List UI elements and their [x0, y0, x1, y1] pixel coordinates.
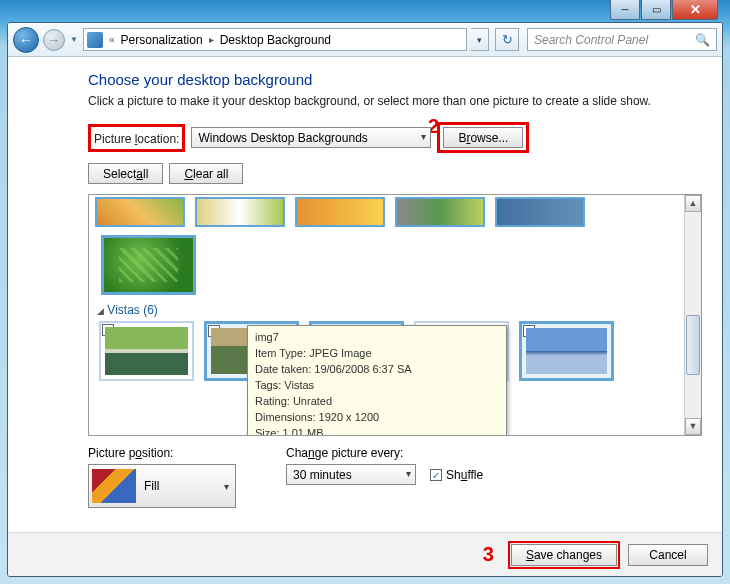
position-value: Fill [144, 479, 159, 493]
wallpaper-thumb-selected[interactable] [101, 235, 196, 295]
tooltip-line: img7 [255, 330, 499, 346]
gallery-scrollbar[interactable]: ▲ ▼ [684, 195, 701, 435]
shuffle-label: Shuffle [446, 468, 483, 482]
wallpaper-thumb[interactable] [395, 197, 485, 227]
refresh-button[interactable]: ↻ [495, 28, 519, 51]
search-placeholder: Search Control Panel [534, 33, 648, 47]
select-all-button[interactable]: Select all [88, 163, 163, 184]
tooltip-line: Size: 1,01 MB [255, 426, 499, 436]
shuffle-checkbox[interactable]: ✓ Shuffle [430, 468, 483, 482]
picture-location-highlight: Picture location: [88, 124, 185, 152]
address-dropdown[interactable]: ▾ [471, 28, 489, 51]
picture-location-combo[interactable]: Windows Desktop Backgrounds [191, 127, 431, 148]
tooltip-line: Rating: Unrated [255, 394, 499, 410]
wallpaper-thumb[interactable] [295, 197, 385, 227]
breadcrumb-chevron: « [107, 34, 117, 45]
back-button[interactable]: ← [13, 27, 39, 53]
position-preview-icon [92, 469, 136, 503]
chevron-right-icon: ▸ [207, 34, 216, 45]
clear-all-button[interactable]: Clear all [169, 163, 243, 184]
picture-position-combo[interactable]: Fill [88, 464, 236, 508]
wallpaper-thumb-selected[interactable]: ✓ [519, 321, 614, 381]
explorer-window: ← → ▼ « Personalization ▸ Desktop Backgr… [7, 22, 723, 577]
save-highlight: Save changes [508, 541, 620, 569]
annotation-3: 3 [483, 543, 494, 566]
collapse-icon: ◢ [97, 306, 104, 316]
page-subtitle: Click a picture to make it your desktop … [88, 94, 702, 108]
wallpaper-thumb[interactable] [95, 197, 185, 227]
change-every-combo[interactable]: 30 minutes [286, 464, 416, 485]
forward-button[interactable]: → [43, 29, 65, 51]
search-input[interactable]: Search Control Panel 🔍 [527, 28, 717, 51]
save-changes-button[interactable]: Save changes [511, 544, 617, 566]
wallpaper-gallery: ◢ Vistas (6) ✓ ✓ ✓ ✓ img7 Item Type: JPE… [88, 194, 702, 436]
scroll-up-icon[interactable]: ▲ [685, 195, 701, 212]
footer: 3 Save changes Cancel [8, 532, 722, 576]
search-icon: 🔍 [695, 33, 710, 47]
breadcrumb-item[interactable]: Desktop Background [220, 33, 331, 47]
maximize-button[interactable]: ▭ [641, 0, 671, 20]
browse-highlight: Browse... [437, 122, 529, 153]
nav-bar: ← → ▼ « Personalization ▸ Desktop Backgr… [8, 23, 722, 57]
nav-history-dropdown[interactable]: ▼ [69, 35, 79, 44]
picture-location-label: Picture location: [94, 132, 179, 146]
scroll-down-icon[interactable]: ▼ [685, 418, 701, 435]
tooltip-line: Item Type: JPEG Image [255, 346, 499, 362]
address-bar[interactable]: « Personalization ▸ Desktop Background [83, 28, 467, 51]
change-every-label: Change picture every: [286, 446, 483, 460]
tooltip-line: Dimensions: 1920 x 1200 [255, 410, 499, 426]
breadcrumb-item[interactable]: Personalization [121, 33, 203, 47]
personalization-icon [87, 32, 103, 48]
picture-position-label: Picture position: [88, 446, 236, 460]
wallpaper-thumb[interactable] [99, 321, 194, 381]
category-vistas[interactable]: ◢ Vistas (6) [97, 303, 695, 317]
thumbnail-tooltip: img7 Item Type: JPEG Image Date taken: 1… [247, 325, 507, 436]
cancel-button[interactable]: Cancel [628, 544, 708, 566]
browse-button[interactable]: Browse... [443, 127, 523, 148]
wallpaper-thumb[interactable] [495, 197, 585, 227]
page-title: Choose your desktop background [88, 71, 702, 88]
minimize-button[interactable]: ─ [610, 0, 640, 20]
tooltip-line: Date taken: 19/06/2008 6:37 SA [255, 362, 499, 378]
checkbox-icon: ✓ [430, 469, 442, 481]
close-button[interactable]: ✕ [672, 0, 718, 20]
scroll-thumb[interactable] [686, 315, 700, 375]
wallpaper-thumb[interactable] [195, 197, 285, 227]
tooltip-line: Tags: Vistas [255, 378, 499, 394]
